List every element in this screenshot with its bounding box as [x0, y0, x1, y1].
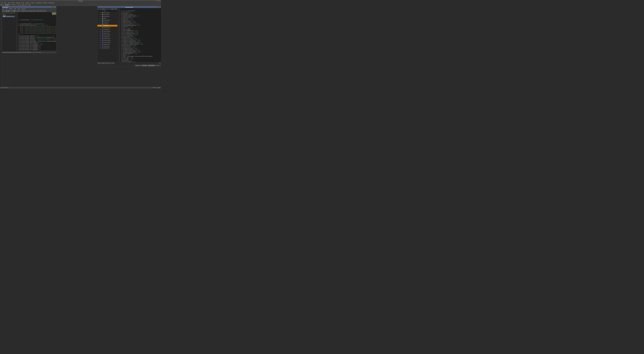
- sidebar-icon-3[interactable]: PE: [0, 17, 2, 22]
- se-copy-btn[interactable]: ▦: [22, 10, 24, 12]
- pc-clear-btn[interactable]: ⌫: [111, 62, 113, 64]
- table-row[interactable]: ✓ 15 LocalNormalization: [98, 38, 118, 40]
- menu-preview[interactable]: PREVIEW: [15, 2, 21, 3]
- save-btn[interactable]: 💾: [5, 4, 7, 6]
- se-menu-tools[interactable]: TOOLS: [16, 9, 21, 10]
- edit-description-button[interactable]: Edit Description: [148, 65, 155, 66]
- se-file-item[interactable]: 📄 20220908023618_Proce...: [2, 16, 15, 17]
- table-row[interactable]: ✓ 8 StarAlignment: [98, 25, 118, 27]
- se-open-btn[interactable]: ↩: [4, 10, 6, 12]
- pc-pause-btn[interactable]: ▮▮: [108, 62, 109, 64]
- table-row[interactable]: ✓ 4 Debayer: [98, 18, 118, 19]
- undo-btn[interactable]: ↻: [18, 4, 20, 6]
- pc-nav-next[interactable]: ▼: [101, 62, 103, 64]
- color-mode-select[interactable]: RGB/K: [12, 4, 17, 6]
- minimize-btn[interactable]: [156, 0, 158, 2]
- pc-delete-btn[interactable]: ✕: [110, 62, 111, 64]
- table-row[interactable]: ✓ 14 ImageIntegration: [98, 36, 118, 38]
- se-menu-file[interactable]: FILE: [2, 9, 5, 10]
- menu-edit[interactable]: EDIT: [4, 2, 7, 3]
- table-row[interactable]: ✓ 7 StarAlignment: [98, 23, 118, 25]
- se-menu-search[interactable]: SEARCH: [8, 9, 13, 10]
- table-row[interactable]: ✓ 6 StarAlignment: [98, 21, 118, 23]
- pc-close-btn[interactable]: ✕: [160, 7, 161, 8]
- se-save-btn[interactable]: 💾: [6, 10, 8, 12]
- table-row[interactable]: ✓ 11 LocalNormalization: [98, 30, 118, 32]
- nav-next-btn[interactable]: ▶: [159, 87, 160, 88]
- se-compile-btn[interactable]: ▶: [14, 10, 16, 12]
- table-row[interactable]: ✓ 17 LocalNormalization: [98, 42, 118, 43]
- pc-pin-btn[interactable]: 📌: [157, 7, 158, 8]
- se-redo-btn[interactable]: ↺: [18, 10, 20, 12]
- menu-window[interactable]: WINDOW: [42, 2, 48, 3]
- table-row[interactable]: ✓ 13 LocalNormalization: [98, 34, 118, 36]
- pc-stop-btn[interactable]: ■: [106, 62, 108, 64]
- table-row[interactable]: ✓ 18 ImageIntegration: [98, 43, 118, 45]
- se-save-all-btn[interactable]: 💾: [8, 10, 10, 12]
- se-cut-btn[interactable]: ✂: [21, 10, 22, 12]
- se-menu-execute[interactable]: EXECUTE: [21, 9, 26, 10]
- menu-view[interactable]: VIEW: [7, 2, 11, 3]
- pc-run-btn[interactable]: ▶: [104, 62, 106, 64]
- menu-workspace[interactable]: WORKSPACE: [35, 2, 42, 3]
- table-row[interactable]: ✓ 9 LocalNormalization: [98, 27, 118, 29]
- table-row[interactable]: ✓ 3 ImageCalibration: [98, 16, 118, 18]
- se-indent-btn[interactable]: ⇥: [36, 10, 38, 12]
- se-menu-view[interactable]: VIEW: [13, 9, 16, 10]
- table-row[interactable]: ✓ 5 SubframeSelector: [98, 19, 118, 21]
- close-btn[interactable]: [159, 0, 160, 2]
- maximize-btn[interactable]: [158, 0, 159, 2]
- new-btn[interactable]: ▣: [0, 4, 2, 6]
- pc-nav-prev[interactable]: ▲: [100, 62, 101, 64]
- save-as-btn[interactable]: 💾: [7, 4, 9, 6]
- se-outdent-btn[interactable]: ⇤: [38, 10, 40, 12]
- table-row[interactable]: ✓ 10 ImageIntegration: [98, 29, 118, 30]
- zoom-fit-btn[interactable]: ▣: [22, 4, 24, 6]
- se-new-btn[interactable]: ▣: [2, 10, 4, 12]
- se-extra-btn-2[interactable]: ⚡: [44, 10, 46, 12]
- menu-resources[interactable]: RESOURCES: [48, 2, 55, 3]
- se-close-btn[interactable]: ✕: [55, 7, 56, 8]
- se-paste-btn[interactable]: ▧: [24, 10, 26, 12]
- table-row[interactable]: ✓ 19 ImageIntegration: [98, 45, 118, 47]
- table-row[interactable]: ✓ 16 LocalNormalization: [98, 40, 118, 42]
- se-folder-logs[interactable]: ▼ 📁 logs: [2, 14, 15, 16]
- menu-image[interactable]: IMAGE: [11, 2, 15, 3]
- pc-footer-expand[interactable]: ▣: [157, 65, 159, 66]
- menu-script[interactable]: SCRIPT: [30, 2, 35, 3]
- menu-file[interactable]: FILE: [0, 2, 4, 3]
- se-maximize-btn[interactable]: □: [54, 7, 55, 8]
- table-row[interactable]: ✓ 20 ImageIntegration: [98, 47, 118, 49]
- table-row[interactable]: ▼ 0 ⊙ <Root>: [98, 10, 118, 12]
- pc-nav-last[interactable]: ▶▶: [103, 62, 104, 64]
- pc-footer-pin[interactable]: 📌: [156, 65, 157, 66]
- se-undo-btn[interactable]: ↻: [16, 10, 18, 12]
- sidebar-icon-6[interactable]: FE: [0, 33, 2, 38]
- zoom-in-btn[interactable]: +: [24, 4, 26, 6]
- table-row[interactable]: ✓ 2 ImageCalibration: [98, 14, 118, 16]
- redo-btn[interactable]: ↺: [20, 4, 22, 6]
- se-bookmark-btn[interactable]: ⚑: [34, 10, 36, 12]
- pc-nav-first[interactable]: ◀◀: [98, 62, 99, 64]
- se-minimize-btn[interactable]: _: [52, 7, 53, 8]
- se-stop-btn[interactable]: ■: [12, 10, 14, 12]
- zoom-out-btn[interactable]: -: [26, 4, 28, 6]
- pc-info-btn[interactable]: i: [159, 62, 161, 64]
- menu-mask[interactable]: MASK: [21, 2, 25, 3]
- view-btn[interactable]: ☰: [29, 4, 31, 6]
- se-goto-btn[interactable]: ↷: [32, 10, 34, 12]
- pc-code-content[interactable]: var P = new StarAlignment; P.structureLa…: [120, 8, 161, 62]
- se-run-btn[interactable]: ▶: [10, 10, 12, 12]
- pc-language-select[interactable]: JavaScript: [135, 65, 142, 66]
- se-comment-btn[interactable]: //: [40, 10, 42, 12]
- sidebar-icon-1[interactable]: IC: [0, 7, 2, 12]
- nav-prev-btn[interactable]: ◀: [157, 87, 159, 88]
- se-menu-edit[interactable]: EDIT: [5, 9, 8, 10]
- sidebar-icon-2[interactable]: BL: [0, 12, 2, 17]
- sidebar-icon-4[interactable]: FE: [0, 22, 2, 27]
- se-replace-btn[interactable]: ⇄: [30, 10, 32, 12]
- se-search-btn[interactable]: 🔍: [29, 10, 30, 12]
- se-extra-btn-1[interactable]: ⚙: [43, 10, 44, 12]
- copy-code-button[interactable]: Copy Code: [142, 65, 147, 66]
- close-img-btn[interactable]: ✕: [9, 4, 11, 6]
